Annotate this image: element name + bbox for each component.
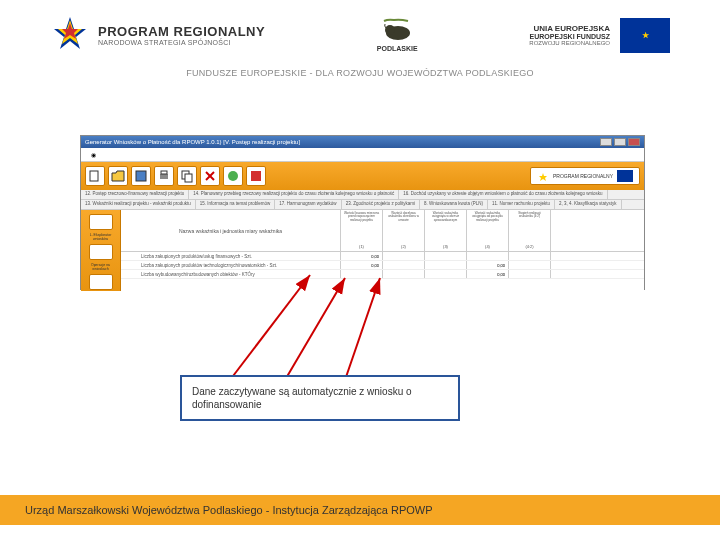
program-star-icon xyxy=(50,15,90,55)
tab-8[interactable]: 8. Wnioskowana kwota (PLN) xyxy=(420,200,488,209)
maximize-button[interactable] xyxy=(614,138,626,146)
tool-export-icon[interactable] xyxy=(246,166,266,186)
svg-rect-7 xyxy=(160,174,168,179)
mini-star-icon xyxy=(537,170,549,182)
tool-delete-icon[interactable] xyxy=(200,166,220,186)
sidebar-expand-icon[interactable] xyxy=(89,214,113,230)
svg-point-13 xyxy=(228,171,238,181)
table-row[interactable]: Liczba wybudowanych/rozbudowanych obiekt… xyxy=(121,270,644,279)
svg-rect-5 xyxy=(90,171,98,181)
indicators-table: Nazwa wskaźnika i jednostka miary wskaźn… xyxy=(121,210,644,291)
tool-print-icon[interactable] xyxy=(154,166,174,186)
minimize-button[interactable] xyxy=(600,138,612,146)
main-toolbar: PROGRAM REGIONALNY xyxy=(81,162,644,190)
table-row[interactable]: Liczba zakupionych produktów/usług finan… xyxy=(121,252,644,261)
svg-rect-8 xyxy=(161,171,167,174)
section-tabs-row1: 12. Postęp rzeczowo-finansowy realizacji… xyxy=(81,190,644,200)
tool-new-icon[interactable] xyxy=(85,166,105,186)
tool-copy-icon[interactable] xyxy=(177,166,197,186)
window-title: Generator Wniosków o Płatność dla RPOWP … xyxy=(85,139,300,145)
footer-text: Urząd Marszałkowski Województwa Podlaski… xyxy=(25,504,433,516)
tab-23[interactable]: 23. Zgodność projektu z politykami xyxy=(342,200,420,209)
logo-program-regionalny: PROGRAM REGIONALNY NARODOWA STRATEGIA SP… xyxy=(50,15,265,55)
tab-234[interactable]: 2, 3, 4. Klasyfikacja statystyk xyxy=(555,200,622,209)
content-area: L. Eksplorator wniosków Operacje na wnio… xyxy=(81,210,644,291)
svg-rect-10 xyxy=(185,174,192,182)
svg-marker-15 xyxy=(539,173,547,181)
eu-flag-icon: ⋆ xyxy=(620,18,670,53)
titlebar[interactable]: Generator Wniosków o Płatność dla RPOWP … xyxy=(81,136,644,148)
logo-right-sub1: EUROPEJSKI FUNDUSZ xyxy=(529,33,610,40)
tool-open-icon[interactable] xyxy=(108,166,128,186)
header-logo-bar: PROGRAM REGIONALNY NARODOWA STRATEGIA SP… xyxy=(0,0,720,60)
svg-rect-6 xyxy=(136,171,146,181)
application-window: Generator Wniosków o Płatność dla RPOWP … xyxy=(80,135,645,290)
bison-icon xyxy=(380,18,415,43)
tab-11[interactable]: 11. Numer rachunku projektu xyxy=(488,200,555,209)
ribbon-home-icon[interactable]: ◉ xyxy=(85,151,102,158)
logo-eu: UNIA EUROPEJSKA EUROPEJSKI FUNDUSZ ROZWO… xyxy=(529,18,670,53)
th-indicator-name: Nazwa wskaźnika i jednostka miary wskaźn… xyxy=(121,210,341,251)
footer-bar: Urząd Marszałkowski Województwa Podlaski… xyxy=(0,495,720,525)
tab-13[interactable]: 13. Wskaźniki realizacji projektu - wska… xyxy=(81,200,196,209)
toolbar-program-badge: PROGRAM REGIONALNY xyxy=(530,167,640,185)
mini-eu-flag-icon xyxy=(617,170,633,182)
svg-line-19 xyxy=(345,278,380,380)
tab-15[interactable]: 15. Informacja na temat problemów xyxy=(196,200,276,209)
tool-save-icon[interactable] xyxy=(131,166,151,186)
th-col-2: Wartość docelowa wskaźnika określona w u… xyxy=(383,210,425,251)
tab-12[interactable]: 12. Postęp rzeczowo-finansowy realizacji… xyxy=(81,190,189,199)
th-col-5: Stopień realizacji wskaźnika (4:2)(4:2) xyxy=(509,210,551,251)
logo-right-title: UNIA EUROPEJSKA xyxy=(533,24,610,33)
tool-validate-icon[interactable] xyxy=(223,166,243,186)
ribbon-menu: ◉ xyxy=(81,148,644,162)
th-col-4: Wartość wskaźnika osiągnięta od początku… xyxy=(467,210,509,251)
tab-17[interactable]: 17. Harmonogram wydatków xyxy=(275,200,341,209)
svg-rect-14 xyxy=(251,171,261,181)
callout-text: Dane zaczytywane są automatycznie z wnio… xyxy=(192,385,448,411)
close-button[interactable] xyxy=(628,138,640,146)
svg-point-4 xyxy=(385,25,395,35)
logo-right-sub2: ROZWOJU REGIONALNEGO xyxy=(529,40,610,46)
tab-14[interactable]: 14. Planowany przebieg rzeczowy realizac… xyxy=(189,190,399,199)
header-subtitle: FUNDUSZE EUROPEJSKIE - DLA ROZWOJU WOJEW… xyxy=(0,68,720,78)
th-col-3: Wartość wskaźnika osiągnięta w okresie s… xyxy=(425,210,467,251)
th-col-1: Wartość bazowa mierzona przed rozpoczęci… xyxy=(341,210,383,251)
sidebar-browser-icon[interactable] xyxy=(89,244,113,260)
sidebar-browser-label: L. Eksplorator wniosków xyxy=(81,233,120,241)
sidebar-ops-icon[interactable] xyxy=(89,274,113,290)
sidebar-ops-label: Operacje na wnioskach xyxy=(81,263,120,271)
table-row[interactable]: Liczba zakupionych produktów technologic… xyxy=(121,261,644,270)
svg-line-18 xyxy=(285,278,345,380)
logo-center-text: PODLASKIE xyxy=(377,45,418,52)
section-tabs-row2: 13. Wskaźniki realizacji projektu - wska… xyxy=(81,200,644,210)
left-sidebar: L. Eksplorator wniosków Operacje na wnio… xyxy=(81,210,121,291)
annotation-callout: Dane zaczytywane są automatycznie z wnio… xyxy=(180,375,460,421)
logo-left-subtitle: NARODOWA STRATEGIA SPÓJNOŚCI xyxy=(98,39,265,46)
tab-16[interactable]: 16. Dochód uzyskany w okresie objętym wn… xyxy=(399,190,607,199)
logo-podlaskie: PODLASKIE xyxy=(377,18,418,52)
logo-left-title: PROGRAM REGIONALNY xyxy=(98,24,265,39)
table-header: Nazwa wskaźnika i jednostka miary wskaźn… xyxy=(121,210,644,252)
